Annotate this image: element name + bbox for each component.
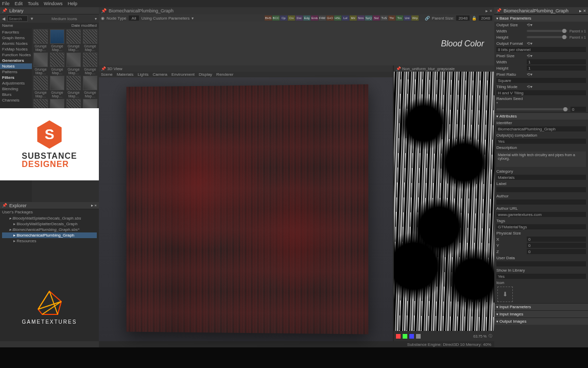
3d-menu-camera[interactable]: Camera [153, 72, 167, 77]
library-category-adjustments[interactable]: Adjustments [0, 80, 32, 86]
library-thumb[interactable]: Grunge Map… [82, 76, 98, 98]
3d-menu-materials[interactable]: Materials [117, 72, 133, 77]
channel-a-icon[interactable] [416, 334, 421, 339]
height-slider[interactable] [527, 36, 567, 38]
section-output-images[interactable]: Output Images [494, 317, 588, 325]
library-thumb[interactable]: Grunge Map… [33, 76, 48, 98]
properties-tab[interactable]: 📌BiomechanicalPlumbing_Graph▸ × [494, 7, 588, 14]
physical-y-field[interactable]: 0 [527, 243, 586, 248]
pixel-height-field[interactable]: 1 [527, 65, 586, 71]
library-thumb[interactable]: Grunge Map… [49, 76, 65, 98]
node-type-dropdown[interactable]: All [129, 15, 140, 21]
library-category-graph-items[interactable]: Graph Items [0, 35, 32, 41]
library-thumb[interactable]: Grunge Map… [33, 29, 48, 52]
3d-menu-renderer[interactable]: Renderer [216, 72, 233, 77]
node-shortcut[interactable]: Cp [280, 15, 287, 21]
pin-icon[interactable]: 📌 [101, 66, 106, 71]
menu-chevron-icon[interactable]: ▾ [95, 16, 97, 21]
explorer-tab[interactable]: 📌Explorer▸ × [0, 202, 99, 209]
node-shortcut[interactable]: G•O [326, 15, 334, 21]
relative-icon[interactable]: ⟲▾ [527, 41, 532, 46]
panel-menu-icon[interactable]: ▸ × [91, 203, 97, 208]
menu-tools[interactable]: Tools [28, 1, 39, 6]
relative-icon[interactable]: ⟲▾ [527, 85, 532, 89]
section-input-images[interactable]: Input Images [494, 310, 588, 317]
explorer-root[interactable]: User's Packages [0, 209, 99, 215]
pixel-ratio-field[interactable]: Square [496, 78, 586, 83]
seed-value-field[interactable]: 0 [570, 107, 586, 112]
3d-viewport[interactable] [99, 77, 393, 341]
author-url-field[interactable]: www.gametextures.com [496, 212, 586, 217]
library-category-patterns[interactable]: Patterns [0, 69, 32, 75]
3d-menu-environment[interactable]: Environment [171, 72, 195, 77]
explorer-item[interactable]: ▸ BloodyWallSplatterDecals_Graph.sbs [2, 215, 97, 221]
tags-field[interactable]: GTMaterialTags [496, 224, 586, 229]
filter-icon[interactable]: ▼ [30, 16, 34, 21]
library-thumb[interactable]: Grunge Map… [82, 53, 98, 75]
channel-g-icon[interactable] [403, 334, 407, 339]
node-shortcut[interactable]: BHS [265, 15, 272, 21]
explorer-item[interactable]: ▸ Resources [2, 238, 97, 244]
category-field[interactable]: Materials [496, 175, 586, 180]
outputs-comp-field[interactable]: Yes [496, 139, 586, 144]
library-category-channels[interactable]: Channels [0, 97, 32, 103]
library-category-blurs[interactable]: Blurs [0, 92, 32, 97]
library-thumb[interactable]: Grunge Map… [66, 76, 81, 98]
user-data-field[interactable] [496, 261, 586, 266]
author-field[interactable] [496, 199, 586, 205]
library-thumb[interactable]: Grunge Map… [49, 29, 65, 52]
library-category-fxmap-nodes[interactable]: FxMap Nodes [0, 46, 32, 52]
search-input[interactable] [7, 15, 28, 22]
channel-r-icon[interactable] [396, 334, 401, 339]
node-shortcut[interactable]: SpQ [365, 15, 372, 21]
link-icon[interactable]: 🔗 [425, 16, 430, 21]
graph-canvas[interactable]: Blood Color [99, 22, 494, 65]
node-shortcut[interactable]: HSL [334, 15, 341, 21]
channel-b-icon[interactable] [409, 334, 414, 339]
node-shortcut[interactable]: Mtr [350, 15, 357, 21]
library-category-atomic-nodes[interactable]: Atomic Nodes [0, 41, 32, 46]
relative-icon[interactable]: ⟲▾ [527, 54, 532, 58]
node-shortcut[interactable]: Thr [388, 15, 395, 21]
tab-close-icon[interactable]: ▸ × [579, 8, 586, 13]
tool-icon[interactable]: ◉ [101, 16, 105, 21]
menu-help[interactable]: Help [68, 1, 78, 6]
col-date[interactable]: Date modified [72, 23, 97, 28]
node-shortcut[interactable]: Emb [311, 15, 318, 21]
identifier-field[interactable]: BiomechanicalPlumbing_Graph [496, 126, 586, 131]
parent-height-field[interactable]: 2048 [479, 15, 492, 21]
3d-menu-lights[interactable]: Lights [137, 72, 148, 77]
node-shortcut[interactable]: Dst [296, 15, 303, 21]
section-attributes[interactable]: Attributes [494, 112, 588, 120]
physical-z-field[interactable]: 0 [527, 249, 586, 254]
seed-slider[interactable] [496, 108, 568, 110]
parent-width-field[interactable]: 2048 [456, 15, 470, 21]
explorer-item[interactable]: ▸ BiomechanicalPlumbing_Graph.sbs* [2, 227, 97, 232]
section-base-parameters[interactable]: Base Parameters [494, 14, 588, 22]
node-shortcut[interactable]: F4M [319, 15, 326, 21]
node-shortcut[interactable]: Uni [404, 15, 411, 21]
library-thumb[interactable]: Grunge Map… [49, 53, 65, 75]
col-name[interactable]: Name [2, 23, 72, 28]
physical-x-field[interactable]: 0 [527, 237, 586, 242]
3d-menu-display[interactable]: Display [199, 72, 212, 77]
pixel-width-field[interactable]: 1 [527, 59, 586, 64]
graph-tab[interactable]: BiomechanicalPlumbing_Graph [109, 8, 174, 13]
node-shortcut[interactable]: Edg [303, 15, 310, 21]
library-category-generators[interactable]: Generators [0, 58, 32, 63]
node-shortcut[interactable]: Wrp [411, 15, 419, 21]
explorer-item[interactable]: ▸ BiomechanicalPlumbing_Graph [2, 232, 97, 238]
pin-icon[interactable]: 📌 [2, 203, 7, 208]
show-lib-field[interactable]: Yes [496, 274, 586, 279]
node-shortcut[interactable]: Std [373, 15, 380, 21]
width-slider[interactable] [527, 30, 567, 32]
tab-close-icon[interactable]: ▸ × [486, 8, 492, 13]
pin-icon[interactable]: 📌 [2, 8, 7, 13]
library-category-blending[interactable]: Blending [0, 86, 32, 92]
library-category-function-nodes[interactable]: Function Nodes [0, 52, 32, 58]
2d-texture-preview[interactable] [394, 72, 494, 331]
description-field[interactable]: Material with high tech circuitry and pi… [496, 152, 586, 167]
3d-menu-scene[interactable]: Scene [101, 72, 113, 77]
menu-windows[interactable]: Windows [44, 1, 63, 6]
pin-icon[interactable]: 📌 [101, 8, 107, 13]
